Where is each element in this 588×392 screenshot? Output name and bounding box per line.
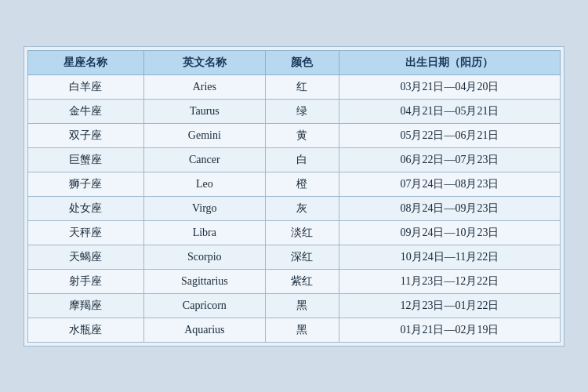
table-row: 水瓶座Aquarius黑01月21日—02月19日	[28, 318, 561, 342]
cell-chinese: 处女座	[28, 196, 144, 220]
col-header-dates: 出生日期（阳历）	[339, 50, 560, 74]
cell-color: 灰	[265, 196, 339, 220]
cell-color: 深红	[265, 245, 339, 269]
cell-english: Cancer	[143, 147, 265, 172]
cell-chinese: 白羊座	[28, 74, 144, 99]
table-row: 天蝎座Scorpio深红10月24日—11月22日	[28, 245, 561, 269]
cell-chinese: 狮子座	[28, 172, 144, 196]
col-header-chinese: 星座名称	[28, 50, 144, 74]
col-header-english: 英文名称	[143, 50, 265, 74]
table-row: 双子座Gemini黄05月22日—06月21日	[28, 123, 561, 147]
cell-dates: 08月24日—09月23日	[339, 196, 560, 220]
table-row: 摩羯座Capricorn黑12月23日—01月22日	[28, 293, 561, 318]
cell-color: 橙	[265, 172, 339, 196]
table-row: 天秤座Libra淡红09月24日—10月23日	[28, 220, 561, 245]
cell-dates: 10月24日—11月22日	[339, 245, 560, 269]
table-row: 白羊座Aries红03月21日—04月20日	[28, 74, 561, 99]
cell-english: Aries	[143, 74, 265, 99]
cell-chinese: 金牛座	[28, 99, 144, 123]
table-row: 巨蟹座Cancer白06月22日—07月23日	[28, 147, 561, 172]
cell-english: Gemini	[143, 123, 265, 147]
col-header-color: 颜色	[265, 50, 339, 74]
cell-color: 白	[265, 147, 339, 172]
cell-dates: 09月24日—10月23日	[339, 220, 560, 245]
table-row: 狮子座Leo橙07月24日—08月23日	[28, 172, 561, 196]
cell-chinese: 天秤座	[28, 220, 144, 245]
cell-dates: 05月22日—06月21日	[339, 123, 560, 147]
cell-dates: 03月21日—04月20日	[339, 74, 560, 99]
cell-color: 黑	[265, 293, 339, 318]
cell-color: 紫红	[265, 269, 339, 293]
cell-english: Aquarius	[143, 318, 265, 342]
cell-english: Leo	[143, 172, 265, 196]
table-header-row: 星座名称 英文名称 颜色 出生日期（阳历）	[28, 50, 561, 74]
cell-chinese: 摩羯座	[28, 293, 144, 318]
cell-color: 红	[265, 74, 339, 99]
cell-chinese: 天蝎座	[28, 245, 144, 269]
cell-english: Capricorn	[143, 293, 265, 318]
cell-color: 黑	[265, 318, 339, 342]
cell-dates: 06月22日—07月23日	[339, 147, 560, 172]
cell-english: Sagittarius	[143, 269, 265, 293]
cell-dates: 01月21日—02月19日	[339, 318, 560, 342]
cell-color: 淡红	[265, 220, 339, 245]
cell-chinese: 双子座	[28, 123, 144, 147]
cell-dates: 04月21日—05月21日	[339, 99, 560, 123]
zodiac-table-wrapper: 星座名称 英文名称 颜色 出生日期（阳历） 白羊座Aries红03月21日—04…	[24, 46, 564, 347]
cell-english: Taurus	[143, 99, 265, 123]
cell-dates: 11月23日—12月22日	[339, 269, 560, 293]
table-body: 白羊座Aries红03月21日—04月20日金牛座Taurus绿04月21日—0…	[28, 74, 561, 342]
cell-chinese: 水瓶座	[28, 318, 144, 342]
cell-color: 黄	[265, 123, 339, 147]
table-row: 金牛座Taurus绿04月21日—05月21日	[28, 99, 561, 123]
zodiac-table: 星座名称 英文名称 颜色 出生日期（阳历） 白羊座Aries红03月21日—04…	[27, 50, 561, 343]
table-row: 射手座Sagittarius紫红11月23日—12月22日	[28, 269, 561, 293]
cell-chinese: 巨蟹座	[28, 147, 144, 172]
cell-english: Virgo	[143, 196, 265, 220]
cell-chinese: 射手座	[28, 269, 144, 293]
cell-english: Libra	[143, 220, 265, 245]
cell-color: 绿	[265, 99, 339, 123]
table-row: 处女座Virgo灰08月24日—09月23日	[28, 196, 561, 220]
cell-english: Scorpio	[143, 245, 265, 269]
cell-dates: 12月23日—01月22日	[339, 293, 560, 318]
cell-dates: 07月24日—08月23日	[339, 172, 560, 196]
